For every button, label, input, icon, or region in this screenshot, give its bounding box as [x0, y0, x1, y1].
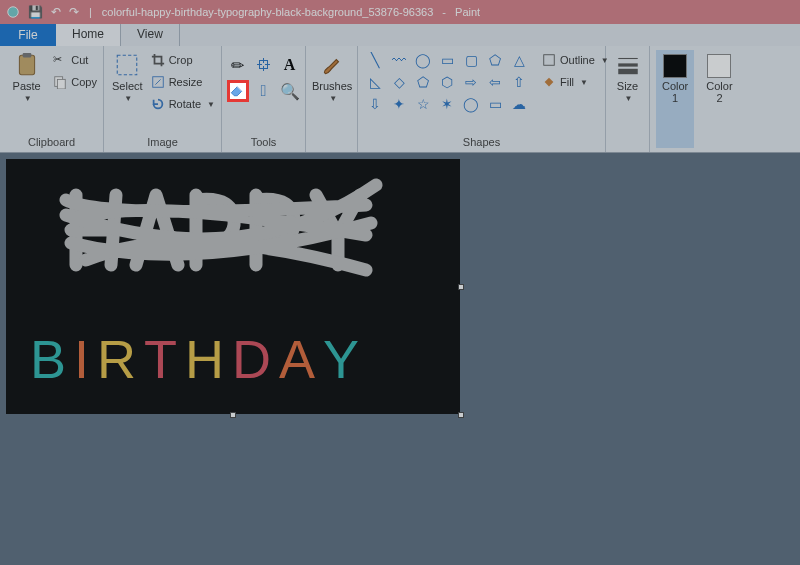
shapes-gallery[interactable]: ╲ 〰 ◯ ▭ ▢ ⬠ △ ◺ ◇ ⬠ ⬡ ⇨ ⇦ ⇧ ⇩ ✦ ☆ ✶ ◯ ▭	[364, 50, 530, 136]
title-separator: |	[89, 6, 92, 18]
rotate-label: Rotate	[169, 98, 201, 110]
title-bar: 💾 ↶ ↷ | colorful-happy-birthday-typograp…	[0, 0, 800, 24]
shape-star5-icon[interactable]: ☆	[412, 94, 434, 114]
shape-pentagon-icon[interactable]: ⬠	[412, 72, 434, 92]
shape-hexagon-icon[interactable]: ⬡	[436, 72, 458, 92]
eraser-tool[interactable]	[227, 80, 249, 102]
shape-fill-button[interactable]: Fill ▼	[542, 72, 609, 92]
chevron-down-icon: ▼	[580, 78, 588, 87]
chevron-down-icon: ▼	[24, 94, 32, 103]
group-tools: ✏ ⯐ A 𓈒 🔍 Tools	[222, 46, 306, 152]
size-button[interactable]: Size ▼	[612, 50, 643, 148]
group-size-label	[612, 148, 643, 150]
text-tool[interactable]: A	[279, 54, 301, 76]
shape-arrow-down-icon[interactable]: ⇩	[364, 94, 386, 114]
shape-right-triangle-icon[interactable]: ◺	[364, 72, 386, 92]
chevron-down-icon: ▼	[124, 94, 132, 103]
cut-label: Cut	[71, 54, 88, 66]
document-title: colorful-happy-birthday-typography-black…	[102, 6, 433, 18]
shape-line-icon[interactable]: ╲	[364, 50, 386, 70]
shape-callout-round-icon[interactable]: ◯	[460, 94, 482, 114]
group-image-label: Image	[110, 136, 215, 150]
redo-icon[interactable]: ↷	[69, 5, 79, 19]
shape-diamond-icon[interactable]: ◇	[388, 72, 410, 92]
resize-button[interactable]: Resize	[151, 72, 215, 92]
svg-rect-4	[58, 79, 66, 89]
resize-icon	[151, 75, 165, 89]
group-size: Size ▼	[606, 46, 650, 152]
bucket-icon: ⯐	[256, 56, 272, 74]
app-name: Paint	[455, 6, 480, 18]
crop-button[interactable]: Crop	[151, 50, 215, 70]
cut-icon: ✂	[53, 53, 67, 67]
select-button[interactable]: Select ▼	[110, 50, 145, 136]
shape-polygon-icon[interactable]: ⬠	[484, 50, 506, 70]
shape-oval-icon[interactable]: ◯	[412, 50, 434, 70]
color1-swatch	[663, 54, 687, 78]
fill-icon	[542, 75, 556, 89]
svg-rect-1	[19, 55, 34, 75]
birthday-text: BIRTHDAY	[30, 328, 361, 390]
outline-icon	[542, 53, 556, 67]
paste-button[interactable]: Paste ▼	[6, 50, 47, 136]
svg-point-0	[8, 7, 19, 18]
copy-icon	[53, 75, 67, 89]
fill-tool[interactable]: ⯐	[253, 54, 275, 76]
select-icon	[114, 52, 140, 78]
canvas[interactable]: BIRTHDAY	[6, 159, 460, 414]
tab-view[interactable]: View	[121, 24, 180, 46]
resize-handle-corner[interactable]	[458, 412, 464, 418]
fill-label: Fill	[560, 76, 574, 88]
workspace[interactable]: BIRTHDAY	[0, 153, 800, 565]
title-dash: -	[439, 6, 449, 18]
shape-star6-icon[interactable]: ✶	[436, 94, 458, 114]
size-label: Size	[617, 80, 638, 92]
chevron-down-icon: ▼	[207, 100, 215, 109]
cut-button[interactable]: ✂ Cut	[53, 50, 97, 70]
shape-star4-icon[interactable]: ✦	[388, 94, 410, 114]
shape-callout-cloud-icon[interactable]: ☁	[508, 94, 530, 114]
group-colors: Color 1 Color 2	[650, 46, 740, 152]
ribbon-tabs: File Home View	[0, 24, 800, 46]
color2-button[interactable]: Color 2	[700, 50, 738, 148]
tab-file[interactable]: File	[0, 24, 56, 46]
color2-swatch	[707, 54, 731, 78]
color-picker-tool[interactable]: 𓈒	[253, 80, 275, 102]
chevron-down-icon: ▼	[625, 94, 633, 103]
select-label: Select	[112, 80, 143, 92]
shape-triangle-icon[interactable]: △	[508, 50, 530, 70]
undo-icon[interactable]: ↶	[51, 5, 61, 19]
scribble-happy	[6, 165, 460, 305]
magnifier-icon: 🔍	[280, 82, 300, 101]
magnifier-tool[interactable]: 🔍	[279, 80, 301, 102]
group-shapes: ╲ 〰 ◯ ▭ ▢ ⬠ △ ◺ ◇ ⬠ ⬡ ⇨ ⇦ ⇧ ⇩ ✦ ☆ ✶ ◯ ▭	[358, 46, 606, 152]
resize-handle-right[interactable]	[458, 284, 464, 290]
shape-arrow-left-icon[interactable]: ⇦	[484, 72, 506, 92]
group-image: Select ▼ Crop Resize	[104, 46, 222, 152]
color1-button[interactable]: Color 1	[656, 50, 694, 148]
shape-roundrect-icon[interactable]: ▢	[460, 50, 482, 70]
shape-rect-icon[interactable]: ▭	[436, 50, 458, 70]
svg-rect-2	[22, 53, 31, 57]
pencil-icon: ✏	[231, 56, 244, 75]
save-icon[interactable]: 💾	[28, 5, 43, 19]
shape-outline-button[interactable]: Outline ▼	[542, 50, 609, 70]
shape-arrow-right-icon[interactable]: ⇨	[460, 72, 482, 92]
group-tools-label: Tools	[228, 136, 299, 150]
color1-label: Color 1	[662, 80, 688, 104]
eraser-icon	[229, 80, 247, 102]
pencil-tool[interactable]: ✏	[227, 54, 249, 76]
color2-label: Color 2	[706, 80, 732, 104]
rotate-button[interactable]: Rotate ▼	[151, 94, 215, 114]
shape-arrow-up-icon[interactable]: ⇧	[508, 72, 530, 92]
resize-handle-bottom[interactable]	[230, 412, 236, 418]
group-clipboard-label: Clipboard	[6, 136, 97, 150]
copy-button[interactable]: Copy	[53, 72, 97, 92]
shape-curve-icon[interactable]: 〰	[388, 50, 410, 70]
outline-label: Outline	[560, 54, 595, 66]
resize-label: Resize	[169, 76, 203, 88]
shape-callout-rect-icon[interactable]: ▭	[484, 94, 506, 114]
brushes-button[interactable]: Brushes ▼	[312, 50, 352, 148]
copy-label: Copy	[71, 76, 97, 88]
tab-home[interactable]: Home	[56, 24, 121, 46]
